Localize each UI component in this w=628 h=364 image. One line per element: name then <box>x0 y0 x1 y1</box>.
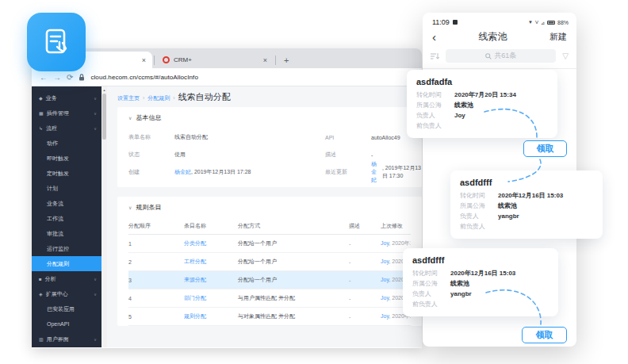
main-content: 设置主页 › 分配规则 › 线索自动分配 ∨ 基本信息 表单名称 线索自动分配 <box>107 86 422 347</box>
lead-field-label: 前负责人 <box>412 299 450 309</box>
lead-card[interactable]: asdfdfff 转化时间2020年12月16日 15:03 所属公海线索池 负… <box>403 248 558 316</box>
sidebar-item-approval-flow[interactable]: 审批流 <box>32 226 101 241</box>
back-icon[interactable]: ← <box>40 73 48 82</box>
sidebar-item-timed-trigger[interactable]: 定时触发 <box>32 166 101 181</box>
lead-card[interactable]: asdfdfff 转化时间2020年12月16日 15:03 所属公海线索池 负… <box>450 171 603 239</box>
sidebar-item-analysis[interactable]: ■分析∨ <box>32 271 101 286</box>
table-row[interactable]: 1 分类分配 分配给一个用户 - Joy, 2020年12月24日 11: <box>128 235 411 253</box>
sidebar-item-action[interactable]: 动作 <box>32 136 101 151</box>
sidebar-item-plan[interactable]: 计划 <box>32 181 101 196</box>
breadcrumb-link-allocation-rules[interactable]: 分配规则 <box>147 94 170 102</box>
rule-entry-link[interactable]: 分类分配 <box>184 240 206 246</box>
sidebar-item-label: 分析 <box>45 275 56 283</box>
sidebar-item-business-flow[interactable]: 业务流 <box>32 196 101 211</box>
search-input[interactable]: 共61条 <box>446 49 556 63</box>
cell-desc: - <box>349 241 381 247</box>
column-header: 描述 <box>349 222 381 230</box>
field-value: 使用 <box>174 146 325 163</box>
rule-entry-link[interactable]: 部门分配 <box>184 295 206 301</box>
table-row[interactable]: 2 工程分配 分配给一个用户 - Joy, 2020年12月 <box>128 253 411 271</box>
forward-icon[interactable]: → <box>53 73 61 82</box>
new-tab-button[interactable]: + <box>284 56 289 65</box>
lead-field-value: yangbr <box>450 289 472 299</box>
basic-info-header[interactable]: ∨ 基本信息 <box>117 107 422 125</box>
user-link[interactable]: Joy <box>381 259 389 264</box>
reload-icon[interactable]: ⟳ <box>67 73 73 82</box>
sidebar-item-extension-center[interactable]: ◈扩展中心∨ <box>32 286 101 301</box>
tab-close-icon[interactable]: × <box>142 56 146 64</box>
chart-icon: ■ <box>39 277 42 282</box>
cell-desc: - <box>349 314 381 320</box>
tab-close-icon[interactable]: × <box>263 56 267 64</box>
sidebar-item-label: 即时触发 <box>47 155 69 163</box>
create-new-button[interactable]: 新建 <box>550 31 567 43</box>
url-text[interactable]: cloud.hecom.cn/ccms/#/autoAllocInfo <box>90 74 198 81</box>
table-header-row: 分配顺序 条目名称 分配方式 描述 上次修改 <box>128 218 411 235</box>
table-row[interactable]: 5 规则分配 与对象属性匹配 并分配 - Joy, 2020年12月 <box>128 308 411 326</box>
sidebar-item-plugin-management[interactable]: ▦插件管理∨ <box>32 105 101 121</box>
user-link[interactable]: 杨金妃 <box>174 168 191 176</box>
briefcase-icon: ◆ <box>39 95 43 101</box>
sidebar-item-installed-apps[interactable]: 已安装应用 <box>32 301 101 316</box>
lead-field-value: 线索池 <box>498 201 517 211</box>
sidebar-item-allocation-rules[interactable]: 分配规则 <box>32 256 101 271</box>
field-label: API <box>325 128 371 146</box>
browser-tabbar: CRM+ × CRM+ × + <box>32 48 422 68</box>
browser-tab-inactive[interactable]: CRM+ × <box>156 52 274 68</box>
lead-field-label: 负责人 <box>412 289 450 299</box>
sidebar-item-label: 业务 <box>46 94 57 102</box>
breadcrumb-link-settings-home[interactable]: 设置主页 <box>117 94 140 102</box>
document-click-icon <box>40 26 72 58</box>
sidebar-item-label: 分配规则 <box>47 260 69 268</box>
sidebar-item-workflow[interactable]: 工作流 <box>32 211 101 226</box>
sort-icon[interactable] <box>431 52 439 60</box>
sidebar-item-process[interactable]: ↳流程∨ <box>32 121 101 136</box>
sidebar-item-business[interactable]: ◆业务∨ <box>32 90 101 105</box>
wifi-icon: ▼ <box>528 20 533 25</box>
user-link[interactable]: Joy <box>381 277 389 282</box>
chevron-down-icon: ∨ <box>94 111 97 116</box>
claim-button[interactable]: 领取 <box>522 327 567 343</box>
cell-order: 2 <box>128 259 184 265</box>
sidebar-item-run-monitor[interactable]: 运行监控 <box>32 241 101 256</box>
scrollbar-thumb[interactable] <box>102 94 106 140</box>
sidebar-item-label: 业务流 <box>47 200 63 208</box>
lock-icon <box>78 74 85 81</box>
sidebar-item-instant-trigger[interactable]: 即时触发 <box>32 151 101 166</box>
user-link[interactable]: 杨金妃 <box>371 160 382 184</box>
lead-card[interactable]: asdfadfa 转化时间2020年7月20日 15:34 所属公海线索池 负责… <box>407 70 557 138</box>
lead-field-label: 所属公海 <box>416 100 454 110</box>
sidebar-item-label: OpenAPI <box>47 321 69 327</box>
filter-icon[interactable]: ▽ <box>562 52 569 60</box>
sidebar-item-label: 流程 <box>46 125 57 132</box>
browser-urlbar: ← → ⟳ cloud.hecom.cn/ccms/#/autoAllocInf… <box>32 68 422 86</box>
app-logo <box>27 13 86 71</box>
scroll-up-icon[interactable]: ▲ <box>101 86 107 92</box>
sidebar-item-openapi[interactable]: OpenAPI <box>32 316 101 331</box>
rule-entry-link[interactable]: 来源分配 <box>184 277 206 282</box>
cell-desc: - <box>349 259 381 265</box>
tab-separator <box>275 56 276 65</box>
user-link[interactable]: Joy <box>381 313 389 319</box>
cell-desc: - <box>349 296 381 301</box>
rule-entries-header[interactable]: ∨ 规则条目 <box>117 197 422 215</box>
battery-percent: 88% <box>557 20 569 25</box>
sidebar-item-label: 插件管理 <box>47 109 69 117</box>
column-header: 分配方式 <box>238 222 349 230</box>
table-row[interactable]: 4 部门分配 与用户属性匹配 并分配 - Joy, 2020年12月 <box>128 289 411 308</box>
sidebar-item-user-interface[interactable]: ▥用户界面∨ <box>32 331 101 347</box>
user-link[interactable]: Joy <box>381 295 389 301</box>
claim-button[interactable]: 领取 <box>523 140 567 157</box>
user-link[interactable]: Joy <box>381 240 389 246</box>
rule-entry-link[interactable]: 规则分配 <box>184 313 206 319</box>
sidebar-scrollbar[interactable]: ▲ <box>101 86 107 347</box>
sidebar: ◆业务∨ ▦插件管理∨ ↳流程∨ 动作 即时触发 定时触发 计划 业务流 工作流… <box>32 86 101 347</box>
rule-entry-link[interactable]: 工程分配 <box>184 259 206 264</box>
column-header: 条目名称 <box>184 222 238 230</box>
lead-field-label: 所属公海 <box>412 278 450 289</box>
cell-desc: - <box>349 278 381 283</box>
table-row-selected[interactable]: 3 来源分配 分配给一个用户 - Joy, 2020年12月 <box>128 271 411 289</box>
collapse-caret-icon: ∨ <box>128 205 132 210</box>
cell-method: 分配给一个用户 <box>238 239 349 247</box>
ui-icon: ▥ <box>39 336 44 342</box>
